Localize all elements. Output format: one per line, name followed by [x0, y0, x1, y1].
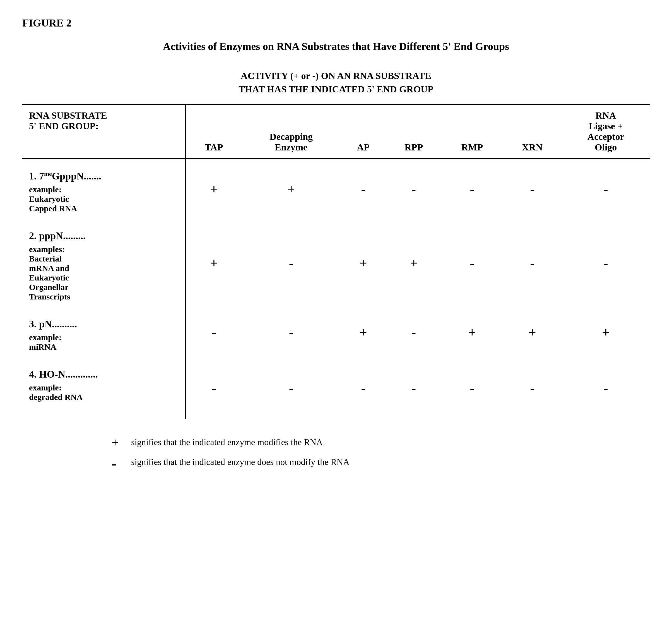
- col-header-rna-ligase: RNA Ligase + Acceptor Oligo: [562, 105, 650, 159]
- table-row: 4. HO-N............. example:degraded RN…: [22, 357, 650, 419]
- row2-rmp: -: [442, 219, 503, 307]
- col-header-decapping: Decapping Enzyme: [241, 105, 340, 159]
- legend: + signifies that the indicated enzyme mo…: [111, 435, 650, 472]
- row2-rpp: +: [386, 219, 442, 307]
- col-header-substrate: RNA SUBSTRATE 5' END GROUP:: [22, 105, 186, 159]
- figure-title: Activities of Enzymes on RNA Substrates …: [22, 40, 650, 53]
- row2-rna-ligase: -: [562, 219, 650, 307]
- row1-xrn: -: [503, 159, 562, 219]
- row2-xrn: -: [503, 219, 562, 307]
- legend-minus-text: signifies that the indicated enzyme does…: [131, 455, 350, 467]
- legend-minus: - signifies that the indicated enzyme do…: [111, 455, 650, 472]
- col-header-rpp: RPP: [386, 105, 442, 159]
- table-row: 2. pppN......... examples:BacterialmRNA …: [22, 219, 650, 307]
- activity-header: ACTIVITY (+ or -) ON AN RNA SUBSTRATE TH…: [22, 69, 650, 96]
- row4-ap: -: [341, 357, 386, 419]
- col-header-xrn: XRN: [503, 105, 562, 159]
- row1-ap: -: [341, 159, 386, 219]
- row4-rna-ligase: -: [562, 357, 650, 419]
- row2-tap: +: [186, 219, 242, 307]
- col-header-tap: TAP: [186, 105, 242, 159]
- substrate-2: 2. pppN......... examples:BacterialmRNA …: [22, 219, 186, 307]
- table-row: 1. 7meGpppN....... example:EukaryoticCap…: [22, 159, 650, 219]
- row4-xrn: -: [503, 357, 562, 419]
- row3-rmp: +: [442, 307, 503, 357]
- row1-rna-ligase: -: [562, 159, 650, 219]
- row1-rmp: -: [442, 159, 503, 219]
- substrate-1: 1. 7meGpppN....... example:EukaryoticCap…: [22, 159, 186, 219]
- legend-plus-text: signifies that the indicated enzyme modi…: [131, 435, 323, 448]
- col-header-rmp: RMP: [442, 105, 503, 159]
- row1-rpp: -: [386, 159, 442, 219]
- row1-decapping: +: [241, 159, 340, 219]
- row4-rmp: -: [442, 357, 503, 419]
- row2-ap: +: [341, 219, 386, 307]
- col-header-ap: AP: [341, 105, 386, 159]
- substrate-3: 3. pN.......... example:miRNA: [22, 307, 186, 357]
- row3-rna-ligase: +: [562, 307, 650, 357]
- legend-plus-symbol: +: [111, 435, 123, 450]
- row1-tap: +: [186, 159, 242, 219]
- row4-rpp: -: [386, 357, 442, 419]
- row3-xrn: +: [503, 307, 562, 357]
- row3-ap: +: [341, 307, 386, 357]
- row3-rpp: -: [386, 307, 442, 357]
- substrate-4: 4. HO-N............. example:degraded RN…: [22, 357, 186, 419]
- row3-decapping: -: [241, 307, 340, 357]
- row2-decapping: -: [241, 219, 340, 307]
- table-row: 3. pN.......... example:miRNA - - + - + …: [22, 307, 650, 357]
- row4-tap: -: [186, 357, 242, 419]
- main-table: RNA SUBSTRATE 5' END GROUP: TAP Decappin…: [22, 104, 650, 419]
- row4-decapping: -: [241, 357, 340, 419]
- figure-label: FIGURE 2: [22, 17, 650, 29]
- row3-tap: -: [186, 307, 242, 357]
- legend-minus-symbol: -: [111, 455, 123, 472]
- legend-plus: + signifies that the indicated enzyme mo…: [111, 435, 650, 450]
